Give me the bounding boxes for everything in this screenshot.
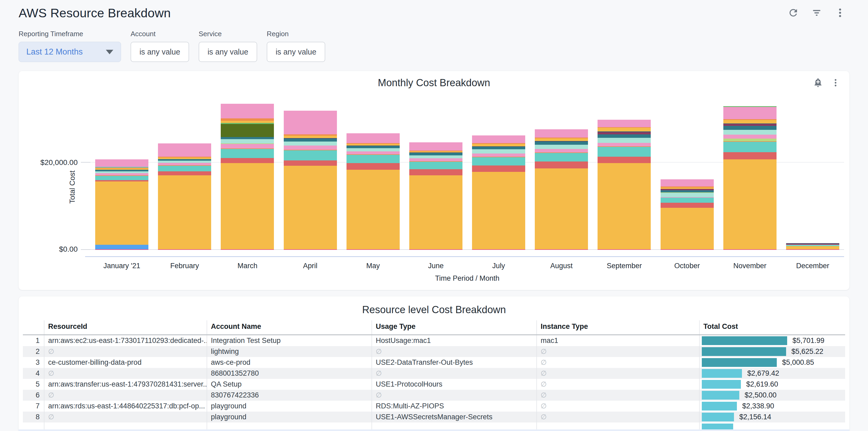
bar-segment (221, 144, 274, 148)
stacked-bar-August[interactable] (535, 129, 588, 250)
stacked-bars (90, 89, 844, 250)
x-axis-label: December (781, 262, 844, 270)
page-title: AWS Resource Breakdown (19, 6, 171, 20)
cell-resource-id: arn:aws:transfer:us-east-1:479370281431:… (44, 379, 207, 390)
total-cost-bar (702, 402, 737, 410)
bar-segment (95, 245, 148, 249)
total-cost-bar (702, 358, 777, 367)
x-axis-label: June (404, 262, 467, 270)
cell-account-name: 868001352780 (207, 368, 372, 379)
bar-segment (409, 175, 462, 249)
bar-segment (535, 161, 588, 168)
column-header[interactable]: Usage Type (372, 320, 537, 335)
bar-segment (284, 166, 337, 249)
bar-segment (284, 136, 337, 138)
bar-column (404, 89, 467, 250)
cell-account-name: 830767422336 (207, 390, 372, 401)
bar-segment (723, 142, 777, 152)
bar-segment (346, 151, 400, 154)
bar-segment (472, 149, 525, 154)
refresh-icon[interactable] (788, 7, 799, 18)
row-number: 6 (23, 390, 44, 401)
bar-column (90, 89, 153, 250)
account-filter-button[interactable]: is any value (131, 42, 189, 62)
total-cost-value: $2,338.90 (742, 402, 774, 410)
bar-segment (723, 126, 777, 130)
table-row: 8∅playgroundUSE1-AWSSecretsManager-Secre… (23, 411, 845, 423)
stacked-bar-May[interactable] (346, 133, 400, 250)
null-value: ∅ (48, 347, 54, 356)
bar-segment (597, 143, 651, 146)
stacked-bar-March[interactable] (221, 104, 274, 250)
service-filter-button[interactable]: is any value (199, 42, 257, 62)
bar-column (718, 89, 781, 250)
bottom-scroll-strip[interactable] (19, 429, 849, 431)
null-value: ∅ (540, 391, 547, 399)
bar-segment (535, 249, 588, 250)
bar-segment (95, 181, 148, 245)
filter-icon[interactable] (811, 7, 822, 18)
stacked-bar-April[interactable] (284, 111, 337, 250)
table-header-row: ResourceIdAccount NameUsage TypeInstance… (23, 320, 845, 335)
bar-segment (535, 142, 588, 145)
bar-segment (95, 173, 148, 175)
table-row: 5arn:aws:transfer:us-east-1:479370281431… (23, 379, 845, 390)
stacked-bar-November[interactable] (723, 106, 777, 250)
bar-segment (535, 138, 588, 141)
stacked-bar-July[interactable] (472, 135, 525, 250)
chart-card: Monthly Cost Breakdown Total Cost $20,00… (19, 71, 849, 290)
stacked-bar-December[interactable] (786, 243, 839, 250)
cell-usage-type: USE1-ProtocolHours (372, 379, 537, 390)
column-header[interactable]: Account Name (207, 320, 372, 335)
cell-resource-id: ce-customer-billing-data-prod (44, 357, 207, 368)
cell-resource-id: ∅ (44, 411, 207, 423)
table-row: 7arn:aws:rds:us-east-1:448640225317:db:p… (23, 401, 845, 411)
cell-resource-id: ∅ (44, 368, 207, 379)
x-axis-label: May (342, 262, 404, 270)
bar-segment (409, 249, 462, 250)
bar-segment (409, 158, 462, 161)
bar-segment (409, 142, 462, 151)
bell-plus-icon[interactable] (813, 78, 823, 88)
bar-segment (472, 135, 525, 144)
bar-column (153, 89, 216, 250)
cell-instance-type: ∅ (537, 346, 700, 357)
kebab-menu-icon[interactable] (835, 7, 846, 18)
region-filter-button[interactable]: is any value (267, 42, 325, 62)
column-header[interactable]: Total Cost (700, 320, 845, 335)
column-header[interactable]: ResourceId (44, 320, 207, 335)
cell-total-cost: $2,338.90 (700, 401, 845, 411)
table-row: 1arn:aws:ec2:us-east-1:733017110293:dedi… (23, 335, 845, 346)
bar-segment (597, 138, 651, 143)
cell-usage-type: ∅ (372, 368, 537, 379)
column-header[interactable]: Instance Type (537, 320, 700, 335)
bar-segment (472, 165, 525, 172)
bar-segment (95, 176, 148, 180)
filter-account: Account is any value (131, 30, 189, 62)
cell-instance-type: ∅ (537, 379, 700, 390)
stacked-bar-January '21[interactable] (95, 159, 148, 250)
row-number: 3 (23, 357, 44, 368)
bar-segment (597, 249, 651, 250)
cell-usage-type: ∅ (372, 346, 537, 357)
stacked-bar-October[interactable] (660, 179, 714, 250)
filter-label: Account (131, 30, 189, 38)
kebab-menu-icon[interactable] (831, 78, 840, 88)
stacked-bar-June[interactable] (409, 142, 462, 250)
timeframe-dropdown[interactable]: Last 12 Months (19, 42, 121, 62)
cell-resource-id: ∅ (44, 390, 207, 401)
y-tick-label: $20,000.00 (40, 158, 78, 167)
filter-label: Service (199, 30, 257, 38)
cell-total-cost: $5,701.99 (700, 335, 845, 346)
bar-segment (284, 142, 337, 146)
stacked-bar-February[interactable] (158, 144, 211, 250)
bar-segment (158, 175, 211, 249)
y-axis-title: Total Cost (68, 160, 76, 214)
bar-column (279, 89, 342, 250)
bar-segment (158, 163, 211, 165)
bar-segment (786, 246, 839, 249)
stacked-bar-September[interactable] (597, 120, 651, 250)
bar-segment (597, 147, 651, 157)
bar-segment (723, 120, 777, 123)
row-number: 1 (23, 335, 44, 346)
